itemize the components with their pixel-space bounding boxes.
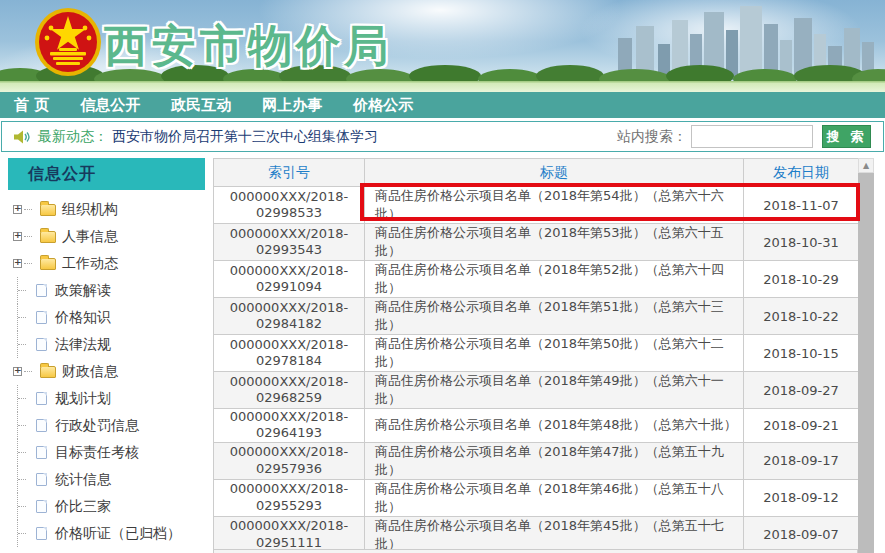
document-link[interactable]: 商品住房价格公示项目名单（2018年第54批）（总第六十六批）	[365, 187, 744, 224]
folder-icon	[40, 231, 56, 243]
table-row: 000000XXX/2018-02955293 商品住房价格公示项目名单（201…	[214, 479, 859, 516]
sidebar-item-organization[interactable]: 组织机构	[8, 196, 205, 223]
latest-news-label: 最新动态：	[38, 128, 108, 146]
document-link[interactable]: 商品住房价格公示项目名单（2018年第47批）（总第五十九批）	[365, 442, 744, 479]
sidebar-item-statistics[interactable]: 统计信息	[8, 466, 205, 493]
sidebar-header: 信息公开	[8, 158, 205, 190]
document-link[interactable]: 商品住房价格公示项目名单（2018年第46批）（总第五十八批）	[365, 479, 744, 516]
file-icon	[36, 284, 47, 297]
site-banner: 西安市物价局	[0, 0, 885, 92]
file-icon	[36, 419, 47, 432]
partial-next-row	[213, 549, 858, 553]
col-header-title: 标题	[365, 159, 744, 187]
table-row: 000000XXX/2018-02964193 商品住房价格公示项目名单（201…	[214, 409, 859, 443]
table-row: 000000XXX/2018-02951111 商品住房价格公示项目名单（201…	[214, 516, 859, 553]
scrollbar-track[interactable]	[858, 173, 874, 553]
table-header-row: 索引号 标题 发布日期	[214, 159, 859, 187]
table-row: 000000XXX/2018-02957936 商品住房价格公示项目名单（201…	[214, 442, 859, 479]
latest-news-link[interactable]: 西安市物价局召开第十三次中心组集体学习	[112, 128, 378, 146]
document-link[interactable]: 商品住房价格公示项目名单（2018年第51批）（总第六十三批）	[365, 298, 744, 335]
nav-public-interaction[interactable]: 政民互动	[171, 96, 231, 115]
folder-icon	[40, 204, 56, 216]
file-icon	[36, 311, 47, 324]
folder-icon	[40, 258, 56, 270]
sidebar-item-fiscal-info[interactable]: 财政信息	[8, 358, 205, 385]
expand-icon[interactable]	[13, 232, 22, 241]
scroll-up-arrow-icon[interactable]: ▲	[858, 158, 874, 173]
file-icon	[36, 527, 47, 540]
file-icon	[36, 446, 47, 459]
sidebar-item-policy-interpretation[interactable]: 政策解读	[8, 277, 205, 304]
sidebar-item-price-knowledge[interactable]: 价格知识	[8, 304, 205, 331]
sidebar: 信息公开 组织机构 人事信息 工作动态 政策解读 价格知识	[8, 158, 205, 547]
sidebar-item-price-hearing-archived[interactable]: 价格听证（已归档）	[8, 520, 205, 547]
table-row: 000000XXX/2018-02998533 商品住房价格公示项目名单（201…	[214, 187, 859, 224]
table-row: 000000XXX/2018-02978184 商品住房价格公示项目名单（201…	[214, 335, 859, 372]
table-row: 000000XXX/2018-02991094 商品住房价格公示项目名单（201…	[214, 261, 859, 298]
sidebar-item-laws-regulations[interactable]: 法律法规	[8, 331, 205, 358]
nav-info-disclosure[interactable]: 信息公开	[80, 96, 140, 115]
site-search: 站内搜索： 搜 索	[617, 125, 871, 148]
sidebar-item-planning[interactable]: 规划计划	[8, 385, 205, 412]
document-link[interactable]: 商品住房价格公示项目名单（2018年第53批）（总第六十五批）	[365, 224, 744, 261]
sidebar-tree: 组织机构 人事信息 工作动态 政策解读 价格知识 法律法规	[8, 190, 205, 547]
search-button[interactable]: 搜 索	[822, 125, 871, 148]
site-search-input[interactable]	[691, 125, 813, 148]
document-link[interactable]: 商品住房价格公示项目名单（2018年第52批）（总第六十四批）	[365, 261, 744, 298]
document-list: 索引号 标题 发布日期 000000XXX/2018-02998533 商品住房…	[213, 158, 858, 553]
main-nav: 首 页 信息公开 政民互动 网上办事 价格公示	[0, 92, 885, 118]
expand-icon[interactable]	[13, 205, 22, 214]
sidebar-item-target-responsibility[interactable]: 目标责任考核	[8, 439, 205, 466]
table-row: 000000XXX/2018-02984182 商品住房价格公示项目名单（201…	[214, 298, 859, 335]
file-icon	[36, 473, 47, 486]
table-scrollbar[interactable]: ▲	[858, 158, 874, 553]
nav-home[interactable]: 首 页	[14, 96, 49, 115]
col-header-date: 发布日期	[744, 159, 859, 187]
file-icon	[36, 392, 47, 405]
nav-price-publicity[interactable]: 价格公示	[353, 96, 413, 115]
expand-icon[interactable]	[13, 259, 22, 268]
document-link[interactable]: 商品住房价格公示项目名单（2018年第49批）（总第六十一批）	[365, 372, 744, 409]
site-search-label: 站内搜索：	[617, 128, 687, 146]
national-emblem-icon	[33, 6, 103, 78]
file-icon	[36, 500, 47, 513]
document-link[interactable]: 商品住房价格公示项目名单（2018年第50批）（总第六十二批）	[365, 335, 744, 372]
nav-online-services[interactable]: 网上办事	[262, 96, 322, 115]
document-link[interactable]: 商品住房价格公示项目名单（2018年第48批）（总第六十批）	[365, 409, 744, 443]
folder-icon	[40, 366, 56, 378]
table-row: 000000XXX/2018-02968259 商品住房价格公示项目名单（201…	[214, 372, 859, 409]
sidebar-item-personnel[interactable]: 人事信息	[8, 223, 205, 250]
sidebar-item-work-trends[interactable]: 工作动态	[8, 250, 205, 277]
site-title: 西安市物价局	[104, 17, 392, 76]
expand-icon[interactable]	[13, 367, 22, 376]
speaker-icon	[14, 130, 30, 144]
table-row: 000000XXX/2018-02993543 商品住房价格公示项目名单（201…	[214, 224, 859, 261]
sidebar-item-price-comparison[interactable]: 价比三家	[8, 493, 205, 520]
col-header-index: 索引号	[214, 159, 365, 187]
sidebar-item-administrative-penalty[interactable]: 行政处罚信息	[8, 412, 205, 439]
news-ticker-bar: 最新动态： 西安市物价局召开第十三次中心组集体学习 站内搜索： 搜 索	[1, 121, 884, 152]
file-icon	[36, 338, 47, 351]
document-link[interactable]: 商品住房价格公示项目名单（2018年第45批）（总第五十七批）	[365, 516, 744, 553]
